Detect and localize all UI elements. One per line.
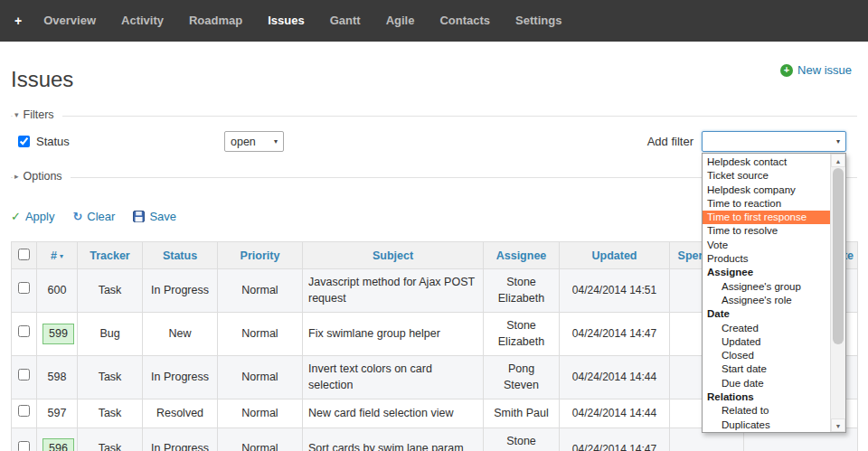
dropdown-scrollbar[interactable]: ▲ ▼ bbox=[830, 154, 845, 432]
subject-cell[interactable]: Fix swimlane group helper bbox=[303, 313, 484, 356]
col-header-assignee[interactable]: Assignee bbox=[484, 242, 560, 269]
dropdown-option[interactable]: Created bbox=[703, 322, 830, 335]
dropdown-option[interactable]: Closed bbox=[703, 349, 830, 362]
status-operator-value: open bbox=[231, 136, 256, 148]
dropdown-option[interactable]: Helpdesk contact bbox=[703, 155, 830, 169]
col-header-tracker[interactable]: Tracker bbox=[78, 242, 143, 269]
dropdown-option[interactable]: Assignee's group bbox=[703, 280, 830, 294]
scrollbar-track[interactable] bbox=[831, 167, 845, 418]
issue-id[interactable]: 598 bbox=[48, 371, 67, 383]
apply-button[interactable]: ✓ Apply bbox=[11, 210, 54, 223]
status-cell: New bbox=[143, 313, 218, 356]
priority-cell: Normal bbox=[218, 428, 303, 451]
refresh-icon: ↻ bbox=[72, 210, 82, 223]
scroll-down-icon[interactable]: ▼ bbox=[831, 418, 845, 432]
id-cell: 597 bbox=[37, 399, 78, 428]
tracker-cell: Task bbox=[78, 356, 143, 399]
clear-button[interactable]: ↻ Clear bbox=[72, 210, 115, 223]
col-header-subject[interactable]: Subject bbox=[303, 242, 484, 269]
tracker-cell: Task bbox=[78, 269, 143, 313]
add-filter-dropdown: Helpdesk contact Ticket source Helpdesk … bbox=[702, 153, 846, 433]
subject-cell[interactable]: New card field selection view bbox=[303, 399, 484, 428]
add-filter-group: Add filter ▾ Helpdesk contact Ticket sou… bbox=[647, 131, 846, 152]
nav-item[interactable]: Roadmap bbox=[176, 0, 255, 42]
nav-item[interactable]: Contacts bbox=[427, 0, 503, 42]
filters-legend: Filters bbox=[24, 108, 54, 121]
row-select-cell bbox=[12, 399, 37, 428]
updated-cell: 04/24/2014 14:44 bbox=[560, 356, 670, 399]
status-cell: Resolved bbox=[143, 399, 218, 428]
issue-id[interactable]: 597 bbox=[48, 407, 67, 419]
save-button[interactable]: Save bbox=[133, 210, 176, 223]
subject-cell[interactable]: Sort cards by swim lane param bbox=[303, 428, 484, 451]
tracker-cell: Task bbox=[78, 399, 143, 428]
collapse-arrow-icon: ▾ bbox=[14, 110, 19, 119]
filters-toggle[interactable]: ▾ Filters bbox=[13, 108, 62, 121]
row-checkbox[interactable] bbox=[18, 441, 30, 451]
status-filter: Status bbox=[11, 135, 224, 148]
dropdown-option[interactable]: Helpdesk company bbox=[703, 183, 830, 197]
priority-cell: Normal bbox=[218, 399, 303, 428]
tracker-cell: Task bbox=[78, 428, 143, 451]
add-filter-select[interactable]: ▾ Helpdesk contact Ticket source Helpdes… bbox=[702, 131, 846, 152]
clear-label: Clear bbox=[87, 210, 115, 223]
subject-cell[interactable]: Invert text colors on card selection bbox=[303, 356, 484, 399]
dropdown-option[interactable]: Vote bbox=[703, 239, 830, 252]
assignee-cell: Smith Paul bbox=[484, 399, 560, 428]
dropdown-options: Helpdesk contact Ticket source Helpdesk … bbox=[703, 154, 830, 432]
status-operator-select[interactable]: open ▾ bbox=[224, 131, 284, 152]
assignee-cell: Stone Elizabeth bbox=[484, 428, 560, 451]
options-legend: Options bbox=[24, 170, 62, 183]
dropdown-option[interactable]: Date bbox=[703, 307, 830, 321]
dropdown-option[interactable]: Relations bbox=[703, 390, 830, 404]
nav-item[interactable]: Agile bbox=[373, 0, 428, 42]
issue-id[interactable]: 599 bbox=[42, 324, 74, 345]
dropdown-option[interactable]: Time to first response bbox=[703, 211, 830, 224]
page-title: Issues bbox=[11, 67, 73, 92]
status-filter-row: Status open ▾ Add filter ▾ Helpdesk cont… bbox=[11, 131, 857, 152]
status-filter-checkbox[interactable] bbox=[18, 136, 30, 147]
quick-add-button[interactable]: + bbox=[5, 0, 31, 42]
col-header-priority[interactable]: Priority bbox=[218, 242, 303, 269]
dropdown-option[interactable]: Related to bbox=[703, 404, 830, 418]
nav-item[interactable]: Activity bbox=[108, 0, 176, 42]
col-header-status[interactable]: Status bbox=[143, 242, 218, 269]
nav-item[interactable]: Gantt bbox=[317, 0, 373, 42]
priority-cell: Normal bbox=[218, 356, 303, 399]
nav-item[interactable]: Settings bbox=[503, 0, 574, 42]
status-cell: In Progress bbox=[143, 356, 218, 399]
dropdown-option[interactable]: Products bbox=[703, 252, 830, 266]
dropdown-option[interactable]: Assignee bbox=[703, 266, 830, 279]
priority-cell: Normal bbox=[218, 313, 303, 356]
col-header-id[interactable]: #▾ bbox=[37, 242, 78, 269]
dropdown-option[interactable]: Time to reaction bbox=[703, 197, 830, 211]
nav-items: Overview Activity Roadmap Issues Gantt A… bbox=[31, 0, 574, 42]
col-header-updated[interactable]: Updated bbox=[560, 242, 670, 269]
row-checkbox[interactable] bbox=[18, 325, 30, 337]
dropdown-option[interactable]: Due date bbox=[703, 377, 830, 390]
nav-item[interactable]: Overview bbox=[31, 0, 108, 42]
select-all-checkbox[interactable] bbox=[18, 249, 30, 260]
new-issue-button[interactable]: + New issue bbox=[780, 63, 852, 77]
issue-id[interactable]: 600 bbox=[48, 284, 67, 296]
dropdown-option[interactable]: Ticket source bbox=[703, 169, 830, 183]
scrollbar-thumb[interactable] bbox=[833, 168, 844, 344]
dropdown-option[interactable]: Duplicates bbox=[703, 418, 830, 432]
subject-cell[interactable]: Javascript method for Ajax POST request bbox=[303, 269, 484, 313]
row-checkbox[interactable] bbox=[18, 369, 30, 381]
chevron-down-icon: ▾ bbox=[274, 137, 278, 146]
dropdown-option[interactable]: Start date bbox=[703, 362, 830, 376]
scroll-up-icon[interactable]: ▲ bbox=[831, 154, 845, 167]
main-content: Issues + New issue ▾ Filters Status open… bbox=[0, 58, 868, 451]
dropdown-option[interactable]: Time to resolve bbox=[703, 224, 830, 238]
options-toggle[interactable]: ▸ Options bbox=[13, 170, 71, 183]
dropdown-option[interactable]: Assignee's role bbox=[703, 294, 830, 307]
dropdown-option[interactable]: Updated bbox=[703, 335, 830, 349]
row-checkbox[interactable] bbox=[18, 405, 30, 417]
updated-cell: 04/24/2014 14:44 bbox=[560, 399, 670, 428]
row-checkbox[interactable] bbox=[18, 282, 30, 294]
id-cell: 599 bbox=[37, 313, 78, 356]
filters-section: ▾ Filters Status open ▾ Add filter ▾ bbox=[11, 116, 857, 163]
nav-item[interactable]: Issues bbox=[255, 0, 316, 42]
issue-id[interactable]: 596 bbox=[42, 438, 74, 451]
